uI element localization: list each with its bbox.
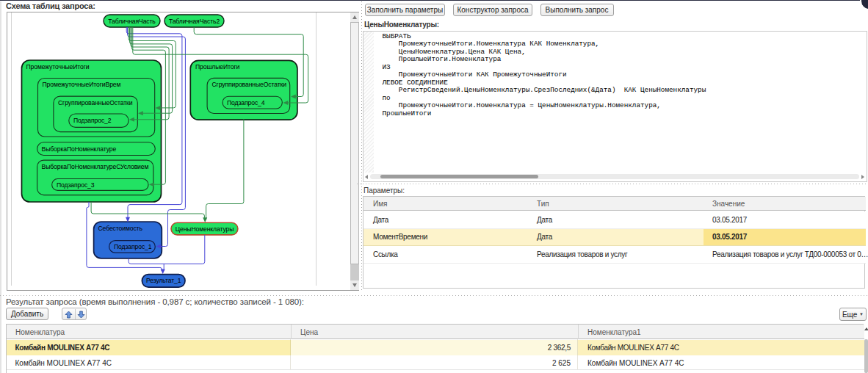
svg-text:ЦеныНоменклатуры: ЦеныНоменклатуры xyxy=(176,225,234,233)
svg-text:ПрошлыеИтоги: ПрошлыеИтоги xyxy=(195,63,239,70)
svg-text:СгруппированныеОстатки: СгруппированныеОстатки xyxy=(212,81,287,88)
svg-text:ПромежуточныеИтогиВрем: ПромежуточныеИтогиВрем xyxy=(43,81,121,88)
svg-text:ТабличнаяЧасть: ТабличнаяЧасть xyxy=(108,18,156,25)
svg-text:СгруппированныеОстатки: СгруппированныеОстатки xyxy=(58,99,133,106)
svg-text:Подзапрос_3: Подзапрос_3 xyxy=(57,181,95,189)
svg-text:ВыборкаПоНоменклатуре: ВыборкаПоНоменклатуре xyxy=(42,145,117,153)
svg-text:Себестоимость: Себестоимость xyxy=(98,225,143,232)
svg-text:ПромежуточныеИтоги: ПромежуточныеИтоги xyxy=(26,63,90,70)
svg-text:Подзапрос_2: Подзапрос_2 xyxy=(73,117,112,124)
svg-text:Подзапрос_4: Подзапрос_4 xyxy=(227,99,265,106)
svg-text:Подзапрос_1: Подзапрос_1 xyxy=(114,243,152,250)
svg-text:ВыборкаПоНоменклатуреСУсловием: ВыборкаПоНоменклатуреСУсловием xyxy=(42,163,149,170)
svg-text:Результат_1: Результат_1 xyxy=(146,277,181,284)
svg-text:ТабличнаяЧасть2: ТабличнаяЧасть2 xyxy=(169,18,220,25)
